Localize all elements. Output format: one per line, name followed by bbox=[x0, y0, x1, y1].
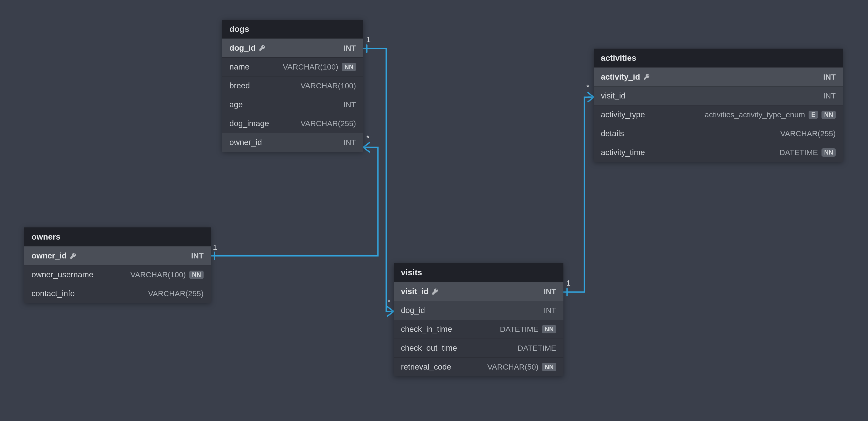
column-name-field[interactable]: name VARCHAR(100) NN bbox=[222, 57, 363, 76]
column-name: check_in_time bbox=[401, 325, 452, 334]
column-type: VARCHAR(100) bbox=[283, 63, 338, 71]
column-type: activities_activity_type_enum bbox=[705, 110, 805, 119]
enum-badge: E bbox=[809, 111, 818, 119]
column-type: INT bbox=[344, 138, 356, 147]
column-name: contact_info bbox=[32, 289, 75, 298]
primary-key-icon bbox=[259, 44, 266, 52]
table-owners[interactable]: owners owner_id INT owner_username VARCH… bbox=[24, 228, 211, 303]
cardinality-label: 1 bbox=[366, 35, 371, 44]
column-name: name bbox=[229, 62, 250, 71]
column-type: INT bbox=[544, 306, 556, 315]
table-title: visits bbox=[394, 263, 563, 282]
column-type: VARCHAR(255) bbox=[780, 129, 836, 138]
primary-key-icon bbox=[432, 288, 439, 295]
column-visit-id[interactable]: visit_id INT bbox=[594, 86, 843, 105]
column-dog-id[interactable]: dog_id INT bbox=[394, 301, 563, 320]
column-dog-id[interactable]: dog_id INT bbox=[222, 38, 363, 57]
primary-key-icon bbox=[643, 73, 650, 81]
column-check-out-time[interactable]: check_out_time DATETIME bbox=[394, 338, 563, 357]
column-name: dog_id bbox=[229, 43, 256, 53]
cardinality-label: * bbox=[366, 133, 369, 142]
column-name: dog_image bbox=[229, 119, 269, 128]
table-dogs[interactable]: dogs dog_id INT name VARCHAR(100) NN bre… bbox=[222, 20, 363, 152]
column-name: activity_id bbox=[601, 72, 640, 82]
primary-key-icon bbox=[70, 252, 77, 260]
column-owner-username[interactable]: owner_username VARCHAR(100) NN bbox=[24, 265, 211, 284]
column-type: VARCHAR(100) bbox=[301, 82, 356, 90]
column-name: visit_id bbox=[401, 287, 429, 296]
column-type: DATETIME bbox=[518, 344, 556, 353]
column-name: activity_time bbox=[601, 148, 645, 157]
not-null-badge: NN bbox=[342, 63, 356, 71]
column-name: owner_id bbox=[229, 138, 262, 147]
column-name: details bbox=[601, 129, 624, 138]
column-age[interactable]: age INT bbox=[222, 95, 363, 114]
column-owner-id[interactable]: owner_id INT bbox=[222, 133, 363, 152]
not-null-badge: NN bbox=[822, 148, 836, 157]
cardinality-label: * bbox=[388, 297, 391, 306]
column-name: visit_id bbox=[601, 91, 625, 100]
table-title: owners bbox=[24, 228, 211, 246]
column-name: owner_username bbox=[32, 270, 94, 279]
column-type: VARCHAR(255) bbox=[148, 289, 204, 298]
column-activity-time[interactable]: activity_time DATETIME NN bbox=[594, 143, 843, 162]
column-type: INT bbox=[823, 72, 836, 82]
column-contact-info[interactable]: contact_info VARCHAR(255) bbox=[24, 284, 211, 303]
column-check-in-time[interactable]: check_in_time DATETIME NN bbox=[394, 320, 563, 338]
column-type: INT bbox=[344, 44, 356, 53]
column-type: INT bbox=[191, 251, 204, 260]
table-title: dogs bbox=[222, 20, 363, 38]
column-visit-id[interactable]: visit_id INT bbox=[394, 282, 563, 301]
column-name: breed bbox=[229, 81, 250, 90]
column-details[interactable]: details VARCHAR(255) bbox=[594, 124, 843, 143]
column-dog-image[interactable]: dog_image VARCHAR(255) bbox=[222, 114, 363, 133]
column-activity-id[interactable]: activity_id INT bbox=[594, 67, 843, 86]
table-activities[interactable]: activities activity_id INT visit_id INT … bbox=[594, 49, 843, 162]
erd-canvas[interactable]: 1 * 1 * 1 * dogs dog_id INT name VARCHAR… bbox=[0, 0, 868, 421]
column-breed[interactable]: breed VARCHAR(100) bbox=[222, 76, 363, 95]
not-null-badge: NN bbox=[542, 363, 556, 371]
column-name: check_out_time bbox=[401, 343, 457, 353]
not-null-badge: NN bbox=[189, 271, 204, 279]
cardinality-label: 1 bbox=[566, 279, 571, 288]
cardinality-label: 1 bbox=[213, 243, 217, 252]
column-name: retrieval_code bbox=[401, 362, 451, 372]
column-activity-type[interactable]: activity_type activities_activity_type_e… bbox=[594, 105, 843, 124]
column-name: activity_type bbox=[601, 110, 645, 119]
column-owner-id[interactable]: owner_id INT bbox=[24, 246, 211, 265]
column-type: DATETIME bbox=[500, 325, 538, 334]
column-type: DATETIME bbox=[779, 148, 818, 157]
column-type: VARCHAR(50) bbox=[488, 363, 538, 371]
not-null-badge: NN bbox=[822, 111, 836, 119]
column-type: VARCHAR(255) bbox=[301, 119, 356, 128]
column-retrieval-code[interactable]: retrieval_code VARCHAR(50) NN bbox=[394, 357, 563, 376]
table-visits[interactable]: visits visit_id INT dog_id INT check_in_… bbox=[394, 263, 563, 376]
not-null-badge: NN bbox=[542, 325, 556, 333]
column-type: INT bbox=[344, 100, 356, 109]
column-type: INT bbox=[544, 287, 556, 296]
column-type: INT bbox=[823, 91, 836, 100]
column-type: VARCHAR(100) bbox=[130, 270, 186, 279]
column-name: owner_id bbox=[32, 251, 67, 261]
column-name: dog_id bbox=[401, 306, 425, 315]
table-title: activities bbox=[594, 49, 843, 67]
column-name: age bbox=[229, 100, 243, 109]
cardinality-label: * bbox=[586, 83, 590, 91]
